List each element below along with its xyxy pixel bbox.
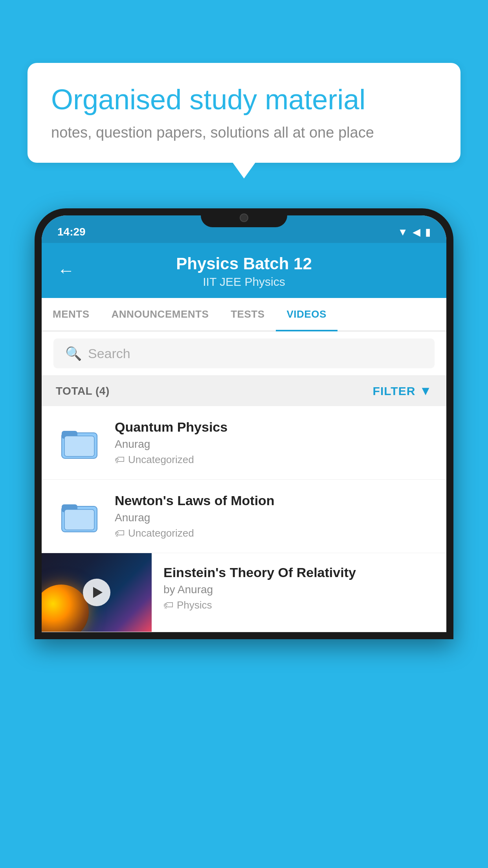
search-icon: 🔍	[65, 346, 82, 361]
video-author: Anurag	[115, 511, 432, 524]
header-subtitle: IIT JEE Physics	[57, 275, 431, 289]
video-thumbnail	[42, 553, 152, 632]
app-header: ← Physics Batch 12 IIT JEE Physics	[42, 243, 446, 298]
video-info: Quantum Physics Anurag 🏷 Uncategorized	[115, 419, 432, 466]
folder-thumbnail	[56, 423, 103, 462]
tab-tests[interactable]: TESTS	[220, 298, 275, 331]
video-author: Anurag	[115, 438, 432, 451]
video-info: Newton's Laws of Motion Anurag 🏷 Uncateg…	[115, 493, 432, 539]
tag-icon: 🏷	[115, 454, 125, 466]
camera-dot	[240, 213, 248, 222]
list-item[interactable]: Newton's Laws of Motion Anurag 🏷 Uncateg…	[42, 480, 446, 553]
tag-icon: 🏷	[115, 527, 125, 539]
header-title: Physics Batch 12	[57, 254, 431, 274]
play-icon	[93, 587, 103, 598]
tag-label: Uncategorized	[128, 527, 194, 539]
wifi-icon: ▼	[398, 226, 408, 238]
thumbnail-planet	[42, 585, 89, 632]
tag-label: Uncategorized	[128, 454, 194, 466]
list-item[interactable]: Einstein's Theory Of Relativity by Anura…	[42, 553, 446, 632]
tag-icon: 🏷	[163, 599, 174, 611]
search-bar-container: 🔍 Search	[42, 331, 446, 376]
filter-bar: TOTAL (4) FILTER ▼	[42, 376, 446, 406]
video-info: Einstein's Theory Of Relativity by Anura…	[152, 553, 446, 623]
play-button[interactable]	[83, 579, 110, 606]
status-icons: ▼ ◀ ▮	[398, 226, 431, 238]
tab-videos[interactable]: VIDEOS	[276, 298, 338, 331]
video-title: Einstein's Theory Of Relativity	[163, 565, 435, 580]
status-time: 14:29	[57, 226, 86, 238]
video-title: Newton's Laws of Motion	[115, 493, 432, 508]
video-list: Quantum Physics Anurag 🏷 Uncategorized	[42, 406, 446, 632]
video-tag: 🏷 Uncategorized	[115, 454, 432, 466]
folder-icon	[60, 498, 99, 534]
tag-label: Physics	[177, 599, 212, 611]
phone-notch	[201, 208, 287, 227]
video-author: by Anurag	[163, 583, 435, 596]
folder-thumbnail	[56, 497, 103, 536]
total-count: TOTAL (4)	[56, 385, 110, 397]
video-tag: 🏷 Uncategorized	[115, 527, 432, 539]
list-item[interactable]: Quantum Physics Anurag 🏷 Uncategorized	[42, 406, 446, 480]
speech-bubble: Organised study material notes, question…	[28, 63, 460, 163]
tab-ments[interactable]: MENTS	[42, 298, 101, 331]
phone-screen: 14:29 ▼ ◀ ▮ ← Physics Batch 12 IIT JEE P…	[42, 215, 446, 632]
bubble-title: Organised study material	[51, 83, 437, 116]
signal-icon: ◀	[413, 226, 420, 238]
phone-outer: 14:29 ▼ ◀ ▮ ← Physics Batch 12 IIT JEE P…	[35, 208, 453, 639]
tabs-bar: MENTS ANNOUNCEMENTS TESTS VIDEOS	[42, 298, 446, 331]
battery-icon: ▮	[425, 226, 431, 238]
search-bar[interactable]: 🔍 Search	[53, 338, 435, 368]
video-tag: 🏷 Physics	[163, 599, 435, 611]
tab-announcements[interactable]: ANNOUNCEMENTS	[101, 298, 220, 331]
filter-button[interactable]: FILTER ▼	[373, 384, 432, 398]
svg-rect-2	[64, 436, 94, 456]
phone-wrapper: 14:29 ▼ ◀ ▮ ← Physics Batch 12 IIT JEE P…	[35, 208, 453, 868]
filter-icon: ▼	[419, 384, 432, 398]
svg-rect-5	[64, 509, 94, 530]
folder-icon	[60, 425, 99, 460]
search-input[interactable]: Search	[88, 346, 130, 361]
video-title: Quantum Physics	[115, 419, 432, 435]
bubble-subtitle: notes, question papers, solutions all at…	[51, 124, 437, 141]
back-button[interactable]: ←	[57, 261, 75, 280]
filter-label: FILTER	[373, 384, 416, 398]
author-by-label: by Anurag	[163, 583, 213, 596]
